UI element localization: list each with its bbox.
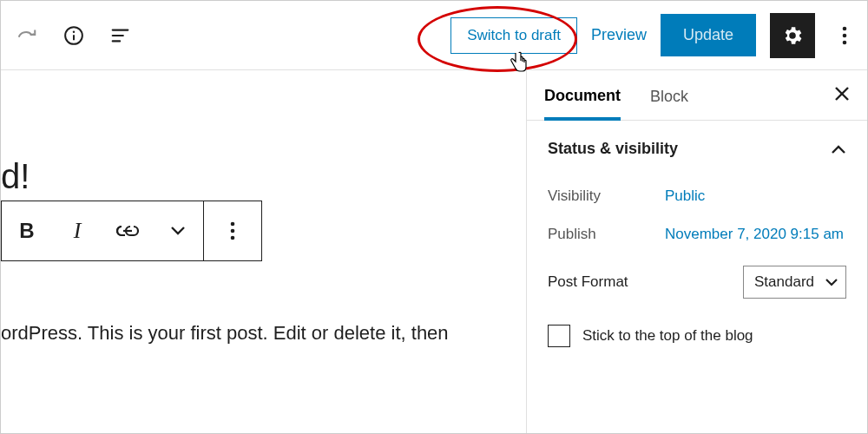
tab-document[interactable]: Document: [544, 71, 621, 121]
link-button[interactable]: [102, 224, 153, 238]
svg-point-11: [231, 236, 235, 240]
italic-button[interactable]: I: [52, 218, 102, 244]
bold-button[interactable]: B: [2, 219, 52, 243]
svg-point-6: [843, 26, 847, 30]
post-format-label: Post Format: [548, 273, 628, 291]
post-title-fragment[interactable]: d!: [1, 157, 30, 196]
more-rich-text-button[interactable]: [153, 226, 203, 236]
chevron-down-icon: [825, 278, 838, 286]
stick-to-top-label: Stick to the top of the blog: [582, 327, 753, 345]
content-editor[interactable]: d! B I: [1, 70, 527, 433]
kebab-icon: [842, 25, 847, 46]
settings-button[interactable]: [770, 13, 815, 58]
editor-main: d! B I: [1, 70, 867, 433]
block-toolbar: B I: [1, 201, 262, 261]
settings-sidebar: Document Block Status & visibility Visib…: [527, 70, 867, 433]
publish-date-value[interactable]: November 7, 2020 9:15 am: [665, 226, 844, 243]
update-button[interactable]: Update: [661, 14, 756, 56]
block-more-button[interactable]: [204, 201, 261, 260]
editor-top-toolbar: Switch to draft Preview Update: [1, 1, 867, 70]
visibility-label: Visibility: [548, 187, 665, 205]
tab-block[interactable]: Block: [650, 72, 688, 118]
panel-title: Status & visibility: [548, 140, 678, 158]
svg-point-9: [231, 222, 235, 227]
link-icon: [115, 224, 140, 238]
close-icon: [834, 86, 850, 102]
svg-point-2: [73, 30, 75, 32]
sidebar-tabs: Document Block: [527, 70, 867, 121]
switch-to-draft-button[interactable]: Switch to draft: [450, 17, 577, 54]
post-format-select[interactable]: Standard: [743, 266, 846, 299]
stick-to-top-checkbox[interactable]: [548, 325, 570, 347]
info-icon[interactable]: [58, 20, 89, 51]
chevron-down-icon: [170, 226, 186, 236]
close-sidebar-button[interactable]: [834, 84, 850, 107]
preview-link[interactable]: Preview: [591, 26, 647, 44]
block-navigation-icon[interactable]: [105, 20, 136, 51]
visibility-value[interactable]: Public: [665, 187, 705, 205]
svg-point-10: [231, 229, 235, 233]
chevron-up-icon: [831, 144, 846, 155]
post-body-fragment[interactable]: ordPress. This is your first post. Edit …: [1, 322, 449, 345]
gear-icon: [781, 24, 804, 47]
kebab-icon: [230, 220, 235, 241]
more-options-button[interactable]: [829, 25, 860, 46]
svg-point-7: [843, 33, 847, 37]
post-format-value: Standard: [754, 273, 814, 291]
publish-label: Publish: [548, 226, 665, 243]
status-visibility-panel: Visibility Public Publish November 7, 20…: [527, 177, 867, 365]
svg-point-8: [843, 40, 847, 44]
status-visibility-panel-toggle[interactable]: Status & visibility: [527, 121, 867, 177]
redo-button[interactable]: [11, 20, 43, 51]
